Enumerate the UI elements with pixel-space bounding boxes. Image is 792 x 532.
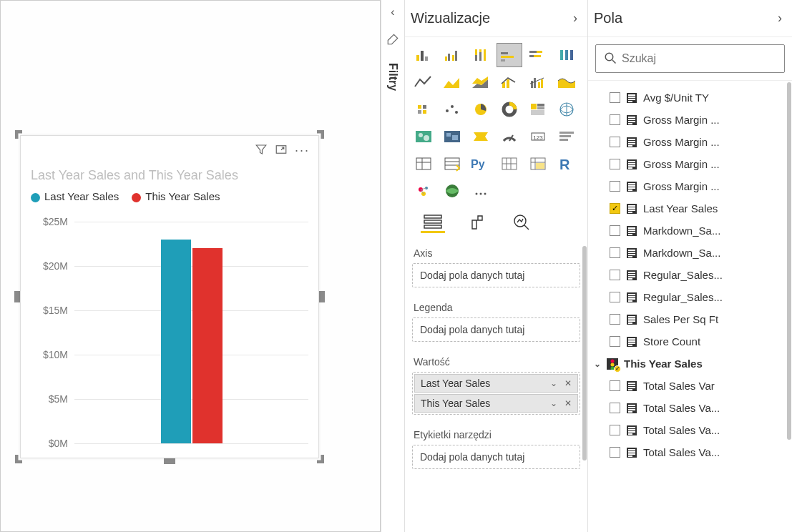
visual-container[interactable]: ··· Last Year Sales and This Year Sales … xyxy=(16,132,323,462)
chevron-down-icon[interactable]: ⌄ xyxy=(550,398,557,408)
legend-well[interactable]: Dodaj pola danych tutaj xyxy=(412,317,580,342)
viz-type-25[interactable] xyxy=(439,152,465,176)
viz-type-14[interactable] xyxy=(468,97,494,122)
expand-filters-icon[interactable]: ‹ xyxy=(391,6,394,19)
field-row[interactable]: Total Sales Va... xyxy=(588,419,792,441)
viz-type-22[interactable]: 123 xyxy=(525,124,551,149)
report-canvas[interactable]: ··· Last Year Sales and This Year Sales … xyxy=(0,0,381,532)
viz-type-31[interactable] xyxy=(439,179,465,203)
chart-visual[interactable]: ··· Last Year Sales and This Year Sales … xyxy=(20,135,319,458)
value-pill-1[interactable]: This Year Sales⌄✕ xyxy=(414,394,578,413)
expand-icon[interactable]: ⌄ xyxy=(594,359,601,369)
viz-type-24[interactable] xyxy=(411,152,436,176)
field-row[interactable]: Sales Per Sq Ft xyxy=(588,308,792,330)
viz-type-26[interactable]: Py xyxy=(468,152,494,176)
viz-type-12[interactable] xyxy=(411,97,436,122)
field-checkbox[interactable] xyxy=(610,403,620,413)
viz-type-29[interactable]: R xyxy=(554,152,580,176)
focus-mode-icon[interactable] xyxy=(275,143,288,159)
field-checkbox[interactable] xyxy=(610,447,620,458)
field-row[interactable]: Avg $/Unit TY xyxy=(588,87,792,109)
chevron-down-icon[interactable]: ⌄ xyxy=(550,378,557,388)
viz-type-8[interactable] xyxy=(468,70,494,94)
viz-type-13[interactable] xyxy=(439,97,465,122)
field-checkbox[interactable] xyxy=(610,292,620,302)
eraser-icon[interactable] xyxy=(386,33,399,49)
viz-type-28[interactable] xyxy=(525,152,551,176)
viz-type-27[interactable] xyxy=(497,152,522,176)
viz-type-1[interactable] xyxy=(439,43,465,67)
viz-type-20[interactable] xyxy=(468,124,494,149)
field-checkbox[interactable] xyxy=(610,159,620,169)
field-checkbox[interactable] xyxy=(610,92,620,103)
bar-1[interactable] xyxy=(192,248,223,443)
viz-type-11[interactable] xyxy=(554,70,580,94)
field-checkbox[interactable]: ✓ xyxy=(610,203,620,214)
viz-type-3[interactable] xyxy=(497,43,522,67)
field-row[interactable]: Total Sales Var xyxy=(588,375,792,397)
field-row[interactable]: ✓Last Year Sales xyxy=(588,197,792,220)
viz-scrollbar[interactable] xyxy=(582,194,587,532)
viz-type-30[interactable] xyxy=(411,179,436,203)
field-checkbox[interactable] xyxy=(610,425,620,435)
field-checkbox[interactable] xyxy=(610,137,620,147)
viz-type-16[interactable] xyxy=(525,97,551,122)
field-checkbox[interactable] xyxy=(610,181,620,192)
viz-type-23[interactable] xyxy=(554,124,580,149)
svg-rect-38 xyxy=(531,104,537,109)
viz-type-6[interactable] xyxy=(411,70,436,94)
viz-type-5[interactable] xyxy=(554,43,580,67)
field-label: Regular_Sales... xyxy=(643,269,723,281)
fields-scrollbar[interactable] xyxy=(786,82,792,532)
field-row[interactable]: Markdown_Sa... xyxy=(588,242,792,264)
viz-type-32[interactable] xyxy=(468,179,494,203)
field-row[interactable]: Gross Margin ... xyxy=(588,175,792,197)
collapse-fields-icon[interactable]: › xyxy=(778,11,782,26)
viz-type-9[interactable] xyxy=(497,70,522,94)
filter-icon[interactable] xyxy=(255,143,268,159)
field-row[interactable]: Total Sales Va... xyxy=(588,441,792,463)
field-checkbox[interactable] xyxy=(610,336,620,347)
field-row[interactable]: Regular_Sales... xyxy=(588,286,792,308)
field-row[interactable]: Gross Margin ... xyxy=(588,109,792,131)
collapse-viz-icon[interactable]: › xyxy=(573,11,577,26)
viz-type-7[interactable] xyxy=(439,70,465,94)
field-checkbox[interactable] xyxy=(610,270,620,280)
field-row[interactable]: Markdown_Sa... xyxy=(588,220,792,242)
bar-0[interactable] xyxy=(161,240,191,443)
svg-rect-113 xyxy=(628,207,635,209)
tooltip-well[interactable]: Dodaj pola danych tutaj xyxy=(412,445,580,469)
field-row[interactable]: Gross Margin ... xyxy=(588,131,792,153)
field-wells: Axis Dodaj pola danych tutaj Legenda Dod… xyxy=(405,242,587,532)
viz-type-10[interactable] xyxy=(525,70,551,94)
field-row[interactable]: ⌄✓This Year Sales xyxy=(588,353,792,375)
field-checkbox[interactable] xyxy=(610,380,620,391)
viz-type-0[interactable] xyxy=(411,43,436,67)
field-checkbox[interactable] xyxy=(610,225,620,236)
field-checkbox[interactable] xyxy=(610,247,620,258)
fields-tab[interactable] xyxy=(421,212,445,233)
value-well[interactable]: Last Year Sales⌄✕This Year Sales⌄✕ xyxy=(412,372,580,415)
fields-search-input[interactable] xyxy=(595,44,785,73)
remove-icon[interactable]: ✕ xyxy=(564,378,572,388)
field-checkbox[interactable] xyxy=(610,114,620,125)
field-checkbox[interactable] xyxy=(610,314,620,325)
format-tab[interactable] xyxy=(465,212,489,233)
viz-type-2[interactable] xyxy=(468,43,494,67)
field-row[interactable]: Gross Margin ... xyxy=(588,153,792,175)
viz-type-21[interactable] xyxy=(497,124,522,149)
field-row[interactable]: Total Sales Va... xyxy=(588,397,792,419)
viz-type-4[interactable] xyxy=(525,43,551,67)
field-row[interactable]: Regular_Sales... xyxy=(588,264,792,286)
filters-pane-collapsed[interactable]: ‹ Filtry xyxy=(381,0,405,532)
remove-icon[interactable]: ✕ xyxy=(564,398,572,408)
value-pill-0[interactable]: Last Year Sales⌄✕ xyxy=(414,374,578,393)
viz-type-15[interactable] xyxy=(497,97,522,122)
analytics-tab[interactable] xyxy=(509,212,534,233)
viz-type-17[interactable] xyxy=(554,97,580,122)
more-options-icon[interactable]: ··· xyxy=(295,143,310,159)
axis-well[interactable]: Dodaj pola danych tutaj xyxy=(412,263,580,287)
viz-type-19[interactable] xyxy=(439,124,465,149)
viz-type-18[interactable] xyxy=(411,124,436,149)
field-row[interactable]: Store Count xyxy=(588,330,792,353)
